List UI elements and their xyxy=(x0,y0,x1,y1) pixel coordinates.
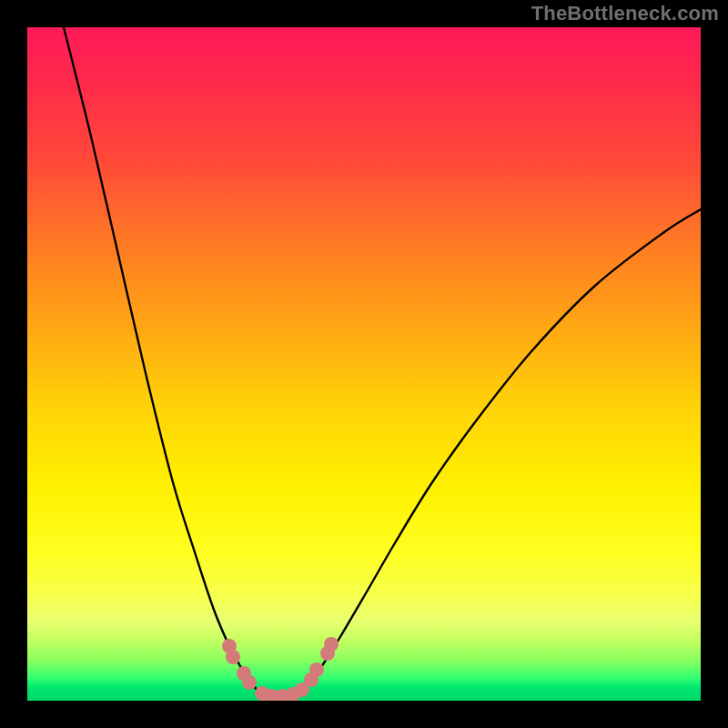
anchor-dot xyxy=(226,650,240,664)
bottleneck-curve xyxy=(64,27,701,696)
chart-svg xyxy=(27,27,701,701)
watermark-text: TheBottleneck.com xyxy=(531,2,719,25)
anchor-dot xyxy=(324,637,339,652)
plot-area xyxy=(27,27,701,701)
anchor-dots-group xyxy=(222,637,339,701)
anchor-dot xyxy=(309,662,324,677)
chart-frame: TheBottleneck.com xyxy=(0,0,728,728)
anchor-dot xyxy=(242,675,257,690)
